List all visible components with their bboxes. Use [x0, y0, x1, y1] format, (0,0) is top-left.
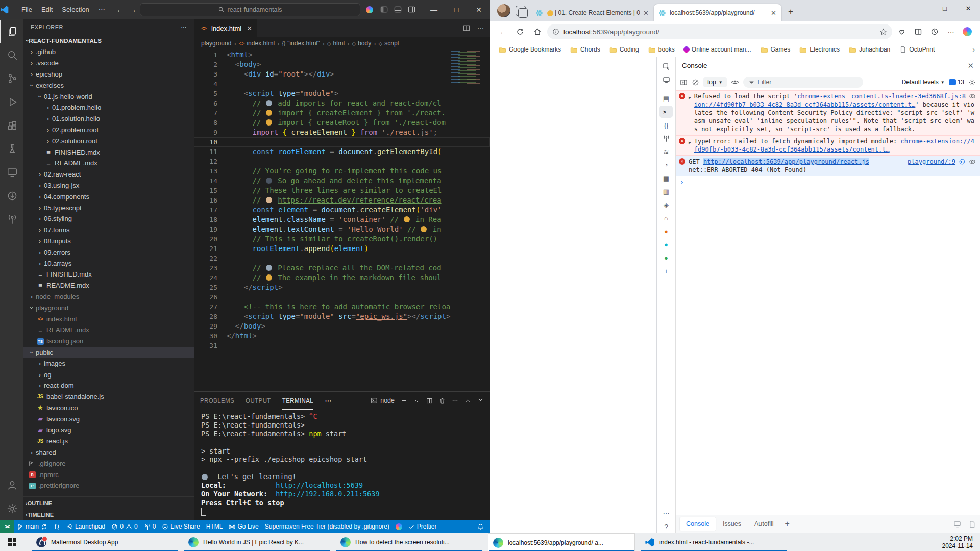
code-line-2[interactable]: 2 <body> — [194, 60, 490, 69]
code-line-28[interactable]: 28 <script type="module" src="epic_ws.js… — [194, 312, 490, 321]
copilot-icon[interactable] — [960, 24, 975, 39]
statusbar-notifications[interactable] — [474, 520, 487, 533]
tree-item-logo.svg[interactable]: ▰logo.svg — [23, 424, 194, 436]
tree-item-10.arrays[interactable]: 10.arrays — [23, 258, 194, 269]
drawer-tab-autofill[interactable]: Autofill — [748, 517, 780, 531]
bookmark-octoprint[interactable]: OctoPrint — [896, 44, 938, 55]
drawer-tab-console[interactable]: Console — [680, 517, 716, 531]
testing-icon[interactable] — [0, 137, 23, 161]
tree-item-README.mdx[interactable]: ≡README.mdx — [23, 280, 194, 291]
console-sidebar-icon[interactable] — [680, 79, 688, 86]
tree-item-FINISHED.mdx[interactable]: ≡FINISHED.mdx — [23, 146, 194, 158]
breadcrumb-item[interactable]: ◇script — [379, 40, 399, 47]
browser-back-icon[interactable]: ← — [495, 24, 510, 39]
tree-item-03.using-jsx[interactable]: 03.using-jsx — [23, 180, 194, 191]
code-line-11[interactable]: 11 const rootElement = document.getEleme… — [194, 147, 490, 157]
forward-icon[interactable]: → — [129, 5, 137, 14]
vscode-close-button[interactable]: ✕ — [468, 0, 490, 19]
tree-item-favicon.svg[interactable]: ▰favicon.svg — [23, 413, 194, 424]
devtools-inspect-icon[interactable] — [659, 60, 673, 72]
panel-tab-output[interactable]: OUTPUT — [246, 392, 271, 410]
extensions-icon[interactable] — [0, 114, 23, 137]
split-terminal-icon[interactable] — [426, 397, 433, 404]
clear-console-icon[interactable] — [692, 79, 699, 86]
menu-more[interactable]: ⋯ — [94, 4, 109, 15]
section-outline[interactable]: OUTLINE — [23, 497, 194, 509]
code-line-27[interactable]: 27 <!-- this is here to add automatic br… — [194, 302, 490, 312]
close-tab-icon[interactable]: ✕ — [643, 9, 649, 17]
statusbar-problems[interactable]: 00 — [108, 520, 140, 533]
tree-item-01.js-hello-world[interactable]: 01.js-hello-world — [23, 91, 194, 102]
devtools-help-icon[interactable]: ? — [659, 520, 673, 533]
tree-item-02.solution.root[interactable]: 02.solution.root — [23, 135, 194, 146]
console-settings-icon[interactable] — [968, 79, 976, 86]
statusbar-go-live[interactable]: Go Live — [226, 520, 261, 533]
devtools-memory-icon[interactable]: ▦ — [659, 172, 673, 184]
tree-item-.npmrc[interactable]: n.npmrc — [23, 469, 194, 480]
devtools-close-icon[interactable]: ✕ — [967, 61, 974, 70]
command-center-search[interactable]: react-fundamentals — [140, 3, 360, 16]
panel-more-icon[interactable]: ⋯ — [325, 397, 331, 405]
tree-item-06.styling[interactable]: 06.styling — [23, 213, 194, 224]
code-line-3[interactable]: 3 <div id="root"></div> — [194, 69, 490, 79]
tree-item-epicshop[interactable]: epicshop — [23, 69, 194, 80]
statusbar-launchpad[interactable]: Launchpad — [63, 520, 108, 533]
source-link[interactable]: playground/:9 — [908, 158, 955, 166]
copilot-menu-icon[interactable] — [366, 6, 373, 13]
console-prompt[interactable]: › — [676, 176, 980, 188]
statusbar-prettier[interactable]: Prettier — [405, 520, 440, 533]
statusbar-remote-indicator[interactable]: >< — [0, 520, 14, 533]
context-selector[interactable]: top ▼ — [703, 77, 727, 87]
breadcrumb-item[interactable]: {}"index.html" — [282, 40, 320, 47]
statusbar-gitlens-launchpad[interactable] — [51, 520, 63, 533]
browser-close-button[interactable]: ✕ — [957, 0, 980, 16]
editor-more-icon[interactable]: ⋯ — [477, 24, 484, 32]
tree-item-.gitignore[interactable]: .gitignore — [23, 458, 194, 469]
split-screen-icon[interactable] — [911, 24, 926, 39]
tree-item-05.typescript[interactable]: 05.typescript — [23, 202, 194, 213]
browser-essentials-icon[interactable] — [894, 24, 910, 39]
bookmark-juhachiban[interactable]: Juhachiban — [845, 44, 894, 55]
bookmarks-overflow-icon[interactable]: › — [972, 45, 975, 54]
workspaces-icon[interactable] — [516, 6, 526, 16]
tree-item-tsconfig.json[interactable]: TStsconfig.json — [23, 336, 194, 347]
tree-item-og[interactable]: og — [23, 369, 194, 380]
code-line-23[interactable]: 23 // 🐨 Please replace all the DOM-relat… — [194, 263, 490, 273]
tree-item-FINISHED.mdx[interactable]: ≡FINISHED.mdx — [23, 269, 194, 280]
menu-edit[interactable]: Edit — [37, 4, 57, 15]
devtools-performance-icon[interactable]: ◔ — [659, 159, 673, 171]
devtools-security-icon[interactable]: ◈ — [659, 198, 673, 211]
expand-triangle-icon[interactable]: ▶ — [689, 139, 691, 154]
new-tab-button[interactable]: + — [783, 5, 798, 19]
browser-maximize-button[interactable]: □ — [933, 0, 957, 16]
taskbar-clock[interactable]: 2:02 PM 2024-11-14 — [942, 533, 980, 551]
new-terminal-icon[interactable] — [401, 397, 407, 404]
console-link[interactable]: http://localhost:5639/app/playground/rea… — [703, 158, 869, 165]
explorer-icon[interactable] — [0, 20, 23, 43]
tree-item-README.mdx[interactable]: ≡README.mdx — [23, 158, 194, 169]
bookmark-online-account-man-[interactable]: Online account man... — [680, 44, 755, 55]
accounts-icon[interactable] — [0, 473, 23, 497]
statusbar-ports[interactable]: 0 — [141, 520, 159, 533]
code-line-18[interactable]: 18 element.className = 'container' // 💰 … — [194, 215, 490, 224]
expand-triangle-icon[interactable]: ▶ — [689, 94, 691, 133]
vscode-maximize-button[interactable]: □ — [445, 0, 468, 19]
remote-explorer-icon[interactable] — [0, 161, 23, 184]
tree-item-04.components[interactable]: 04.components — [23, 191, 194, 202]
menu-file[interactable]: File — [17, 4, 36, 15]
bookmark-coding[interactable]: Coding — [606, 44, 643, 55]
minimap[interactable] — [451, 51, 483, 84]
tree-item-.prettierignore[interactable]: P.prettierignore — [23, 480, 194, 491]
log-levels-dropdown[interactable]: Default levels ▼ — [902, 79, 945, 86]
code-line-26[interactable]: 26 — [194, 292, 490, 302]
address-bar[interactable]: localhost:5639/app/playground/ — [547, 24, 892, 39]
code-line-31[interactable]: 31 — [194, 341, 490, 350]
rendering-icon[interactable] — [953, 520, 961, 528]
devtools-device-toolbar-icon[interactable] — [659, 73, 673, 86]
history-icon[interactable] — [927, 24, 942, 39]
tree-item-07.forms[interactable]: 07.forms — [23, 224, 194, 236]
tree-item-react-dom[interactable]: react-dom — [23, 380, 194, 391]
split-editor-icon[interactable] — [463, 24, 470, 32]
browser-tab-1[interactable]: 👆| 01. Create React Elements | 0✕ — [531, 4, 654, 21]
add-drawer-tab-icon[interactable]: + — [781, 519, 794, 529]
